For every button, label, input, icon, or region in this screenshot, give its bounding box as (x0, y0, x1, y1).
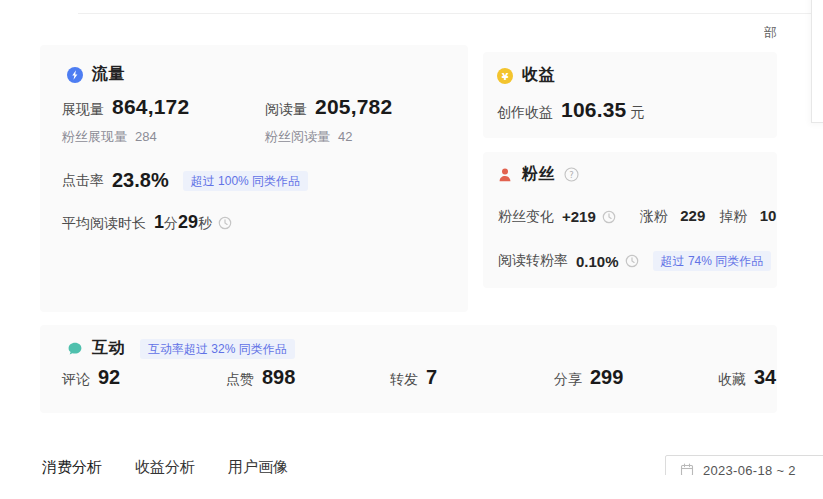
help-icon[interactable]: ? (564, 167, 579, 182)
analysis-tabs: 消费分析 收益分析 用户画像 (42, 455, 288, 475)
svg-text:¥: ¥ (502, 70, 509, 81)
fans-gained-value: 229 (680, 207, 705, 224)
shares-label: 分享 (554, 371, 582, 389)
fan-impressions-label: 粉丝展现量 (62, 128, 127, 146)
truncated-note-text: 部 (764, 24, 780, 42)
likes-stat: 点赞 898 (226, 366, 390, 389)
avg-read-time-row: 平均阅读时长 1 分 29 秒 (62, 212, 232, 233)
ctr-row: 点击率 23.8% 超过 100% 同类作品 (62, 169, 308, 192)
minutes-unit: 分 (164, 215, 178, 233)
creation-income-label: 创作收益 (497, 104, 553, 122)
comments-label: 评论 (62, 371, 90, 389)
read-to-fan-rate-row: 阅读转粉率 0.10% 超过 74% 同类作品 (498, 251, 771, 271)
fan-change-value: +219 (562, 208, 596, 225)
clock-icon (602, 210, 616, 224)
favorites-value: 34 (754, 366, 776, 389)
read-to-fan-benchmark-badge: 超过 74% 同类作品 (653, 251, 772, 271)
avg-read-time-label: 平均阅读时长 (62, 215, 146, 233)
interaction-rate-badge: 互动率超过 32% 同类作品 (140, 339, 295, 359)
date-range-picker[interactable]: 2023-06-18 ~ 2 (665, 455, 823, 475)
fans-gained-group: 涨粉 229 (640, 207, 705, 226)
revenue-card-header: ¥ 收益 (497, 65, 555, 86)
likes-value: 898 (262, 366, 295, 389)
ctr-benchmark-badge: 超过 100% 同类作品 (183, 171, 308, 191)
avg-read-time-seconds: 29 (178, 212, 198, 233)
reads-value: 205,782 (315, 95, 392, 119)
right-edge-overlay-panel (811, 0, 823, 123)
top-divider (78, 13, 811, 14)
favorites-label: 收藏 (718, 371, 746, 389)
fan-change-label: 粉丝变化 (498, 208, 554, 226)
fans-lost-value: 10 (760, 207, 777, 224)
tab-consumption-analysis[interactable]: 消费分析 (42, 455, 102, 475)
traffic-card-header: 流量 (67, 64, 125, 85)
person-icon (497, 167, 513, 183)
creation-income-row: 创作收益 106.35 元 (497, 98, 644, 122)
avg-read-time-minutes: 1 (154, 212, 164, 233)
fan-reads-label: 粉丝阅读量 (265, 128, 330, 146)
traffic-primary-row: 展现量 864,172 阅读量 205,782 (62, 95, 189, 119)
fan-change-row: 粉丝变化 +219 涨粉 229 掉粉 10 (498, 207, 776, 226)
analytics-dashboard: 部 流量 展现量 864,172 阅读量 205,782 粉丝展现量 284 粉… (0, 0, 823, 499)
reposts-label: 转发 (390, 371, 418, 389)
fans-lost-group: 掉粉 10 (719, 207, 776, 226)
tab-revenue-analysis[interactable]: 收益分析 (135, 455, 195, 475)
interaction-card-title: 互动 (92, 338, 125, 359)
fans-gained-label: 涨粉 (640, 208, 668, 224)
likes-label: 点赞 (226, 371, 254, 389)
tab-user-profile[interactable]: 用户画像 (228, 455, 288, 475)
bottom-section: 消费分析 收益分析 用户画像 2023-06-18 ~ 2 (0, 455, 823, 475)
comments-value: 92 (98, 366, 120, 389)
reads-label: 阅读量 (265, 101, 307, 119)
reposts-stat: 转发 7 (390, 366, 554, 389)
impressions-label: 展现量 (62, 101, 104, 119)
creation-income-value: 106.35 (561, 98, 626, 122)
read-to-fan-rate-value: 0.10% (576, 253, 619, 270)
shares-value: 299 (590, 366, 623, 389)
comments-stat: 评论 92 (62, 366, 226, 389)
clock-icon (625, 254, 639, 268)
fan-reads-value: 42 (338, 129, 352, 144)
fans-card-title: 粉丝 (522, 164, 555, 185)
fan-impressions-value: 284 (135, 129, 157, 144)
creation-income-unit: 元 (630, 104, 644, 122)
revenue-card: ¥ 收益 创作收益 106.35 元 (483, 52, 777, 138)
traffic-card: 流量 展现量 864,172 阅读量 205,782 粉丝展现量 284 粉丝阅… (40, 45, 468, 312)
ctr-label: 点击率 (62, 172, 104, 190)
clock-icon (218, 216, 232, 230)
interaction-stats-row: 评论 92 点赞 898 转发 7 分享 299 收藏 34 (62, 366, 823, 389)
lightning-icon (67, 67, 83, 83)
chat-bubble-icon (67, 341, 83, 357)
fans-card: 粉丝 ? 粉丝变化 +219 涨粉 229 掉粉 10 阅读转粉率 0.10% (483, 152, 777, 288)
calendar-icon (680, 463, 694, 475)
impressions-value: 864,172 (112, 95, 189, 119)
shares-stat: 分享 299 (554, 366, 718, 389)
interaction-card: 互动 互动率超过 32% 同类作品 评论 92 点赞 898 转发 7 分享 2… (40, 325, 777, 413)
favorites-stat: 收藏 34 (718, 366, 823, 389)
date-range-text: 2023-06-18 ~ 2 (703, 463, 796, 475)
reposts-value: 7 (426, 366, 437, 389)
fans-card-header: 粉丝 ? (497, 164, 579, 185)
svg-text:?: ? (569, 170, 574, 180)
fans-lost-label: 掉粉 (719, 208, 747, 224)
read-to-fan-rate-label: 阅读转粉率 (498, 252, 568, 270)
traffic-card-title: 流量 (92, 64, 125, 85)
revenue-card-title: 收益 (522, 65, 555, 86)
coin-icon: ¥ (497, 68, 513, 84)
seconds-unit: 秒 (198, 215, 212, 233)
ctr-value: 23.8% (112, 169, 169, 192)
traffic-fan-row: 粉丝展现量 284 粉丝阅读量 42 (62, 128, 157, 146)
interaction-card-header: 互动 互动率超过 32% 同类作品 (67, 338, 295, 359)
